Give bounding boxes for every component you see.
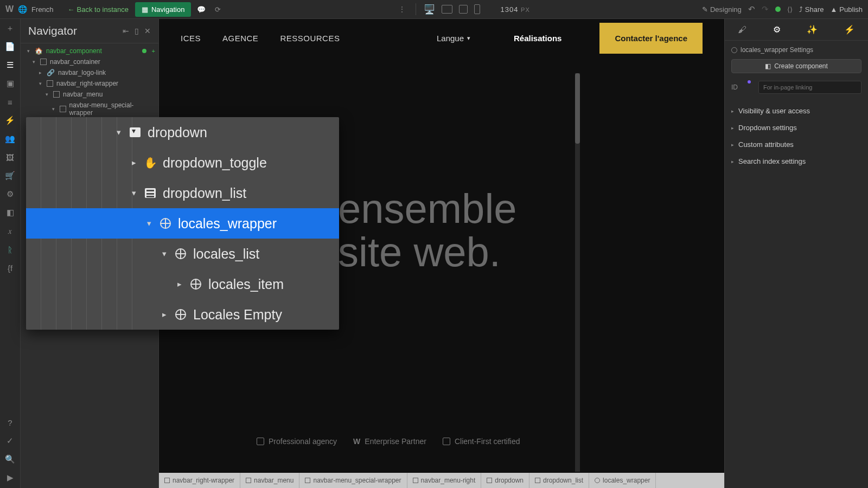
left-rail: ＋ 📄 ☰ ▣ ≡ ⚡ 👥 🖼 🛒 ⚙ ◧ 𝑥 ᚱ {f ? ✓ 🔍 ▶ — [0, 19, 21, 488]
tree-row-right-wrapper[interactable]: ▾ navbar_right-wrapper — [21, 78, 158, 89]
crumb-4[interactable]: dropdown — [481, 473, 529, 488]
id-input[interactable] — [758, 81, 861, 94]
nav-agence[interactable]: AGENCE — [222, 34, 258, 43]
tab-interactions-icon[interactable]: ✨ — [801, 21, 823, 38]
video-icon[interactable]: ▶ — [5, 473, 15, 483]
section-search-index[interactable]: ▸Search index settings — [731, 153, 861, 170]
hand-icon: ✋ — [144, 157, 156, 169]
component-icon: ◧ — [765, 62, 771, 70]
canvas-width[interactable]: 1304 PX — [501, 5, 530, 14]
globe-icon — [175, 248, 186, 259]
pin-icon[interactable]: ⇤ — [123, 27, 129, 35]
refresh-icon[interactable]: ⟳ — [212, 3, 224, 15]
section-visibility[interactable]: ▸Visibility & user access — [731, 102, 861, 119]
tree-row-logo-link[interactable]: ▸🔗 navbar_logo-link — [21, 67, 158, 78]
badge-cf: Client-First certified — [443, 437, 520, 446]
tree-row-container[interactable]: ▾ navbar_container — [21, 56, 158, 67]
tree-row-menu[interactable]: ▾ navbar_menu — [21, 89, 158, 100]
crumb-5[interactable]: dropdown_list — [529, 473, 589, 488]
badge-pro: Professional agency — [257, 437, 337, 446]
tab-effects-icon[interactable]: ⚡ — [839, 21, 860, 38]
breadcrumb: navbar_right-wrapper navbar_menu navbar-… — [159, 473, 724, 488]
panel-icon[interactable]: ▯ — [135, 27, 139, 35]
section-custom-attributes[interactable]: ▸Custom attributes — [731, 136, 861, 153]
locale-label[interactable]: French — [31, 5, 53, 14]
settings-icon[interactable]: ⚙ — [5, 189, 15, 199]
nav-services[interactable]: ICES — [181, 34, 201, 43]
device-desktop-icon[interactable]: 🖥️ — [424, 4, 435, 15]
redo-icon[interactable]: ↷ — [762, 4, 769, 14]
webflow-logo-icon[interactable]: W — [5, 4, 14, 14]
id-label: ID — [731, 84, 744, 91]
components-icon[interactable]: ▣ — [5, 79, 15, 88]
cta-button[interactable]: Contacter l'agence — [599, 23, 703, 54]
pages-icon[interactable]: 📄 — [5, 42, 15, 52]
tree-row-component[interactable]: ▾🏠 navbar_component + — [21, 46, 158, 56]
globe-icon: 🌐 — [18, 5, 27, 14]
variables-icon[interactable]: 𝑥 — [5, 226, 15, 236]
localization-icon[interactable]: ᚱ — [5, 245, 15, 254]
badge-partner: WEnterprise Partner — [353, 437, 426, 446]
crumb-3[interactable]: navbar_menu-right — [407, 473, 482, 488]
close-icon[interactable]: ✕ — [144, 27, 151, 35]
overflow-icon[interactable]: ⋮ — [396, 3, 408, 15]
assets-icon[interactable]: 🖼 — [5, 152, 15, 162]
publish-button[interactable]: ▲ Publish — [830, 5, 863, 14]
dropdown-icon — [130, 127, 141, 137]
logic-icon[interactable]: ⚡ — [5, 115, 15, 125]
topbar: W 🌐 French ← Back to instance ▦ Navigati… — [0, 0, 868, 19]
globe-icon — [160, 218, 171, 229]
section-dropdown-settings[interactable]: ▸Dropdown settings — [731, 119, 861, 136]
share-button[interactable]: ⤴ Share — [799, 5, 824, 14]
help-icon[interactable]: ? — [5, 418, 15, 427]
chevron-down-icon: ▾ — [467, 35, 470, 42]
navigation-tab[interactable]: ▦ Navigation — [135, 2, 191, 17]
comment-icon[interactable]: 💬 — [195, 3, 207, 15]
device-tablet-icon[interactable] — [459, 5, 468, 14]
canvas-scrollbar[interactable] — [575, 73, 580, 472]
hero-text: ensemble site web. — [338, 187, 517, 274]
zoom-row-dropdown[interactable]: ▾dropdown — [26, 117, 339, 147]
audit-icon[interactable]: {f — [5, 263, 15, 273]
search-icon[interactable]: 🔍 — [5, 454, 15, 464]
undo-icon[interactable]: ↶ — [748, 4, 755, 14]
globe-icon — [175, 309, 186, 320]
nav-realisations[interactable]: Réalisations — [514, 34, 561, 43]
add-icon[interactable]: ＋ — [5, 23, 15, 33]
back-to-instance-link[interactable]: ← Back to instance — [68, 5, 129, 14]
designing-mode[interactable]: ✎ Designing — [702, 5, 742, 14]
nav-ressources[interactable]: RESSOURCES — [280, 34, 340, 43]
zoom-row-dropdown-toggle[interactable]: ▸✋dropdown_toggle — [26, 147, 339, 178]
device-mobile-icon[interactable] — [474, 4, 480, 14]
apps-icon[interactable]: ◧ — [5, 208, 15, 217]
list-icon — [145, 188, 156, 198]
zoom-row-locales-empty[interactable]: ▸Locales Empty — [26, 299, 339, 330]
ecommerce-icon[interactable]: 🛒 — [5, 171, 15, 181]
create-component-button[interactable]: ◧ Create component — [731, 59, 861, 73]
right-panel: 🖌 ⚙ ✨ ⚡ locales_wrapper Settings ◧ Creat… — [724, 19, 868, 488]
zoom-row-dropdown-list[interactable]: ▾dropdown_list — [26, 178, 339, 208]
site-navbar: ICES AGENCE RESSOURCES Langue ▾ Réalisat… — [159, 19, 724, 57]
zoom-row-locales-wrapper[interactable]: ▾locales_wrapper — [26, 208, 339, 239]
device-laptop-icon[interactable] — [442, 5, 452, 14]
crumb-2[interactable]: navbar-menu_special-wrapper — [299, 473, 407, 488]
status-indicator-icon — [775, 7, 781, 12]
zoom-row-locales-list[interactable]: ▾locales_list — [26, 239, 339, 269]
crumb-1[interactable]: navbar_menu — [240, 473, 299, 488]
code-icon[interactable]: ⟨⟩ — [787, 5, 793, 14]
crumb-6[interactable]: locales_wrapper — [589, 473, 656, 488]
globe-icon — [190, 279, 201, 290]
users-icon[interactable]: 👥 — [5, 134, 15, 144]
navigator-icon[interactable]: ☰ — [5, 60, 15, 70]
check-icon[interactable]: ✓ — [5, 436, 15, 446]
variable-indicator-icon — [748, 80, 751, 84]
tab-settings-icon[interactable]: ⚙ — [768, 21, 786, 38]
globe-icon — [731, 47, 737, 53]
settings-title: locales_wrapper Settings — [731, 46, 861, 54]
cms-icon[interactable]: ≡ — [5, 97, 15, 107]
tab-style-icon[interactable]: 🖌 — [732, 22, 752, 38]
tree-row-special-wrapper[interactable]: ▾ navbar-menu_special-wrapper — [21, 100, 158, 118]
nav-langue[interactable]: Langue ▾ — [437, 34, 470, 43]
zoom-row-locales-item[interactable]: ▸locales_item — [26, 269, 339, 299]
crumb-0[interactable]: navbar_right-wrapper — [159, 473, 240, 488]
